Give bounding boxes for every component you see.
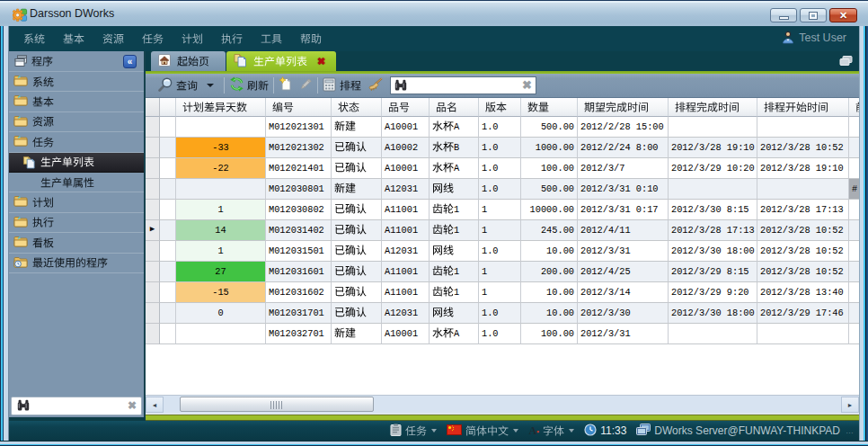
grid-column-header[interactable] bbox=[757, 98, 849, 117]
sidebar-item-plan[interactable] bbox=[9, 192, 144, 212]
grid-cell-due[interactable]: 2012/3/31 0:10 bbox=[578, 179, 669, 200]
grid-cell-item_name[interactable] bbox=[430, 179, 479, 200]
sidebar-item-resource[interactable] bbox=[9, 112, 144, 132]
grid-cell-diff[interactable]: 14 bbox=[176, 220, 266, 241]
grid-cell-item_no[interactable]: A10001 bbox=[382, 158, 430, 179]
grid-cell-sched_start[interactable] bbox=[757, 324, 849, 344]
grid-cell-diff[interactable] bbox=[176, 179, 266, 200]
grid-cell-sched_start[interactable]: 2012/3/28 10:52 bbox=[757, 241, 849, 262]
grid-column-header[interactable] bbox=[669, 98, 757, 117]
grid-cell-status[interactable] bbox=[332, 158, 382, 179]
sidebar-collapse-button[interactable]: « bbox=[123, 55, 137, 68]
grid-cell-item_name[interactable]: A bbox=[430, 117, 479, 138]
grid-cell-code[interactable]: M012031602 bbox=[266, 282, 332, 303]
tab-close-icon[interactable]: ✖ bbox=[317, 56, 325, 67]
grid-cell-code[interactable]: M012031601 bbox=[266, 262, 332, 282]
grid-cell-due[interactable]: 2012/3/31 bbox=[578, 324, 669, 344]
grid-column-header[interactable] bbox=[266, 98, 332, 117]
grid-column-header[interactable] bbox=[849, 98, 859, 117]
grid-column-header[interactable] bbox=[479, 98, 521, 117]
maximize-button[interactable] bbox=[800, 8, 827, 22]
scroll-left-button[interactable]: ◄ bbox=[146, 397, 164, 413]
window-list-icon[interactable] bbox=[839, 56, 854, 69]
grid-cell-status[interactable] bbox=[332, 179, 382, 200]
sidebar-item-kanban[interactable] bbox=[9, 233, 144, 253]
menu-item[interactable] bbox=[102, 32, 124, 45]
grid-cell-code[interactable]: M012032701 bbox=[266, 324, 332, 344]
grid-cell-sched_end[interactable]: 2012/3/29 10:20 bbox=[669, 158, 757, 179]
grid-cell-code[interactable]: M012030801 bbox=[266, 179, 332, 200]
grid-cell-due[interactable]: 2012/4/25 bbox=[578, 262, 669, 282]
grid-cell-version[interactable]: 1.0 bbox=[479, 303, 521, 324]
grid-cell-sched_start[interactable]: 2012/3/28 10:52 bbox=[757, 138, 849, 158]
schedule-button[interactable] bbox=[340, 79, 361, 92]
grid-cell-lead[interactable] bbox=[849, 200, 859, 220]
grid-cell-version[interactable]: 1.0 bbox=[479, 241, 521, 262]
tab-production-order-list[interactable]: ✖ bbox=[226, 51, 336, 71]
sidebar-search-input[interactable] bbox=[33, 399, 121, 413]
grid-cell-status[interactable] bbox=[332, 262, 382, 282]
grid-cell-sched_end[interactable]: 2012/3/29 8:15 bbox=[669, 262, 757, 282]
grid-cell-diff[interactable]: -22 bbox=[176, 158, 266, 179]
menu-item[interactable] bbox=[261, 32, 282, 45]
grid-row[interactable]: M012030801A120311.0500.002012/3/31 0:10# bbox=[146, 179, 859, 200]
toolbar-search-clear-icon[interactable]: ✖ bbox=[522, 78, 532, 92]
refresh-button[interactable] bbox=[247, 79, 269, 92]
grid-column-header[interactable] bbox=[430, 98, 479, 117]
grid-cell-due[interactable]: 2012/3/14 bbox=[578, 282, 669, 303]
grid-cell-status[interactable] bbox=[332, 220, 382, 241]
grid-cell-due[interactable]: 2012/3/7 bbox=[578, 158, 669, 179]
grid-cell-lead[interactable]: # bbox=[849, 179, 859, 200]
grid-row[interactable]: 1M012030802A110011110000.002012/3/31 0:1… bbox=[146, 200, 859, 220]
grid-column-header[interactable] bbox=[578, 98, 669, 117]
grid-cell-lead[interactable] bbox=[849, 262, 859, 282]
broom-icon[interactable] bbox=[368, 77, 383, 94]
grid-cell-version[interactable]: 1 bbox=[479, 200, 521, 220]
sidebar-item-recent-programs[interactable] bbox=[9, 254, 144, 273]
grid-cell-lead[interactable] bbox=[849, 138, 859, 158]
grid-cell-qty[interactable]: 10.00 bbox=[521, 241, 578, 262]
grid-cell-status[interactable] bbox=[332, 138, 382, 158]
grid-cell-version[interactable]: 1 bbox=[479, 262, 521, 282]
grid-cell-qty[interactable]: 500.00 bbox=[521, 179, 578, 200]
status-language-selector[interactable] bbox=[447, 424, 518, 438]
grid-cell-qty[interactable]: 10.00 bbox=[521, 303, 578, 324]
grid-cell-qty[interactable]: 1000.00 bbox=[521, 138, 578, 158]
grid-cell-code[interactable]: M012031501 bbox=[266, 241, 332, 262]
grid-cell-due[interactable]: 2012/3/30 bbox=[578, 303, 669, 324]
grid-cell-diff[interactable]: 27 bbox=[176, 262, 266, 282]
grid-cell-diff[interactable] bbox=[176, 117, 266, 138]
grid-cell-code[interactable]: M012021302 bbox=[266, 138, 332, 158]
sidebar-item-system[interactable] bbox=[9, 72, 144, 92]
grid-cell-item_no[interactable]: A11001 bbox=[382, 262, 430, 282]
scroll-right-button[interactable]: ► bbox=[841, 397, 859, 413]
grid-row[interactable]: -15M012031602A110011110.002012/3/142012/… bbox=[146, 282, 859, 303]
grid-cell-sched_end[interactable] bbox=[669, 179, 757, 200]
menu-item[interactable] bbox=[221, 32, 243, 45]
grid-cell-diff[interactable]: -33 bbox=[176, 138, 266, 158]
sidebar-search-clear-icon[interactable]: ✖ bbox=[128, 399, 137, 412]
grid-cell-lead[interactable] bbox=[849, 241, 859, 262]
grid-cell-code[interactable]: M012031701 bbox=[266, 303, 332, 324]
grid-cell-sched_start[interactable] bbox=[757, 117, 849, 138]
grid-cell-qty[interactable]: 200.00 bbox=[521, 262, 578, 282]
grid-cell-item_no[interactable]: A11001 bbox=[382, 282, 430, 303]
grid-cell-sched_start[interactable]: 2012/3/29 17:46 bbox=[757, 303, 849, 324]
grid-cell-due[interactable]: 2012/2/24 8:00 bbox=[578, 138, 669, 158]
toolbar-search-input[interactable] bbox=[411, 79, 517, 92]
grid-cell-qty[interactable]: 100.00 bbox=[521, 158, 578, 179]
grid-cell-code[interactable]: M012030802 bbox=[266, 200, 332, 220]
grid-cell-item_no[interactable]: A10001 bbox=[382, 324, 430, 344]
grid-cell-sched_start[interactable]: 2012/3/28 10:52 bbox=[757, 262, 849, 282]
grid-cell-sched_end[interactable]: 2012/3/30 8:15 bbox=[669, 200, 757, 220]
grid-cell-item_name[interactable] bbox=[430, 303, 479, 324]
grid-cell-due[interactable]: 2012/3/31 0:17 bbox=[578, 200, 669, 220]
grid-row[interactable]: -22M012021401A10001A1.0100.002012/3/7201… bbox=[146, 158, 859, 179]
status-font-selector[interactable]: A• bbox=[528, 424, 574, 438]
grid-cell-lead[interactable] bbox=[849, 303, 859, 324]
grid-cell-sched_start[interactable]: 2012/3/28 19:10 bbox=[757, 158, 849, 179]
grid-cell-due[interactable]: 2012/4/11 bbox=[578, 220, 669, 241]
new-document-icon[interactable] bbox=[279, 76, 293, 94]
grid-cell-item_name[interactable] bbox=[430, 241, 479, 262]
menu-item[interactable] bbox=[63, 32, 84, 45]
